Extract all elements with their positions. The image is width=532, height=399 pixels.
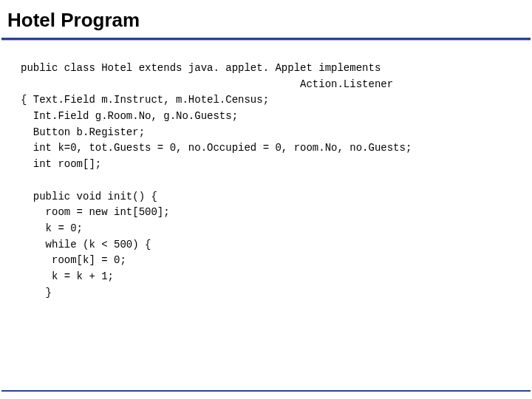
code-line: } <box>21 287 52 299</box>
slide: Hotel Program public class Hotel extends… <box>0 0 532 399</box>
code-line: Button b.Register; <box>21 126 145 138</box>
code-line: int room[]; <box>21 158 101 170</box>
code-line: room[k] = 0; <box>21 254 126 266</box>
code-line: public void init() { <box>21 191 157 202</box>
bottom-divider <box>1 390 531 392</box>
code-line: Action.Listener <box>21 78 393 90</box>
code-line: k = 0; <box>21 222 83 234</box>
code-line: public class Hotel extends java. applet.… <box>21 62 381 74</box>
code-line: room = new int[500]; <box>21 206 170 218</box>
code-block: public class Hotel extends java. applet.… <box>0 40 532 301</box>
code-line: while (k < 500) { <box>21 239 151 250</box>
slide-title: Hotel Program <box>0 0 532 36</box>
code-line: Int.Field g.Room.No, g.No.Guests; <box>21 110 238 122</box>
code-line: { Text.Field m.Instruct, m.Hotel.Census; <box>21 94 269 106</box>
code-line: int k=0, tot.Guests = 0, no.Occupied = 0… <box>21 142 412 154</box>
code-line: k = k + 1; <box>21 270 114 282</box>
